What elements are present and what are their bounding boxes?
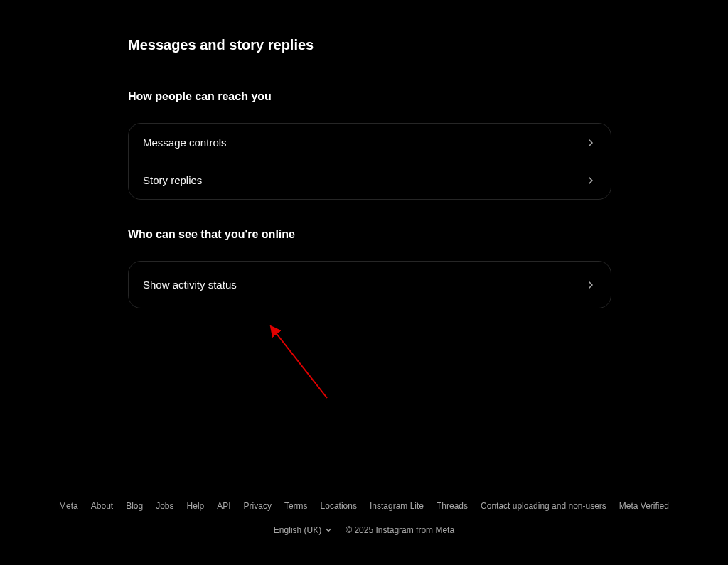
footer-link-help[interactable]: Help (187, 501, 205, 511)
reach-card: Message controls Story replies (128, 123, 611, 200)
section-title-online: Who can see that you're online (128, 228, 611, 241)
language-selector[interactable]: English (UK) (274, 525, 333, 535)
story-replies-row[interactable]: Story replies (129, 161, 611, 199)
page-title: Messages and story replies (128, 37, 611, 53)
footer-link-contact-uploading[interactable]: Contact uploading and non-users (481, 501, 606, 511)
language-label: English (UK) (274, 525, 321, 535)
story-replies-label: Story replies (143, 174, 202, 186)
message-controls-label: Message controls (143, 136, 227, 149)
chevron-down-icon (324, 526, 333, 534)
activity-status-label: Show activity status (143, 279, 237, 291)
copyright-text: © 2025 Instagram from Meta (346, 525, 454, 535)
footer-link-instagram-lite[interactable]: Instagram Lite (370, 501, 424, 511)
footer-link-meta-verified[interactable]: Meta Verified (619, 501, 669, 511)
settings-content: Messages and story replies How people ca… (0, 0, 611, 308)
footer-link-locations[interactable]: Locations (321, 501, 357, 511)
footer-link-blog[interactable]: Blog (126, 501, 143, 511)
footer: Meta About Blog Jobs Help API Privacy Te… (0, 501, 728, 535)
annotation-arrow (267, 323, 338, 409)
chevron-right-icon (585, 137, 596, 149)
footer-link-jobs[interactable]: Jobs (156, 501, 173, 511)
message-controls-row[interactable]: Message controls (129, 124, 611, 161)
footer-link-terms[interactable]: Terms (284, 501, 308, 511)
chevron-right-icon (585, 279, 596, 291)
svg-line-1 (275, 332, 327, 398)
footer-link-about[interactable]: About (91, 501, 113, 511)
activity-status-row[interactable]: Show activity status (129, 262, 611, 308)
chevron-right-icon (585, 175, 596, 186)
footer-link-threads[interactable]: Threads (437, 501, 468, 511)
section-title-reach: How people can reach you (128, 90, 611, 103)
footer-bottom: English (UK) © 2025 Instagram from Meta (0, 525, 728, 535)
footer-link-api[interactable]: API (217, 501, 230, 511)
footer-links: Meta About Blog Jobs Help API Privacy Te… (0, 501, 728, 511)
online-card: Show activity status (128, 261, 611, 308)
footer-link-meta[interactable]: Meta (59, 501, 78, 511)
footer-link-privacy[interactable]: Privacy (244, 501, 272, 511)
